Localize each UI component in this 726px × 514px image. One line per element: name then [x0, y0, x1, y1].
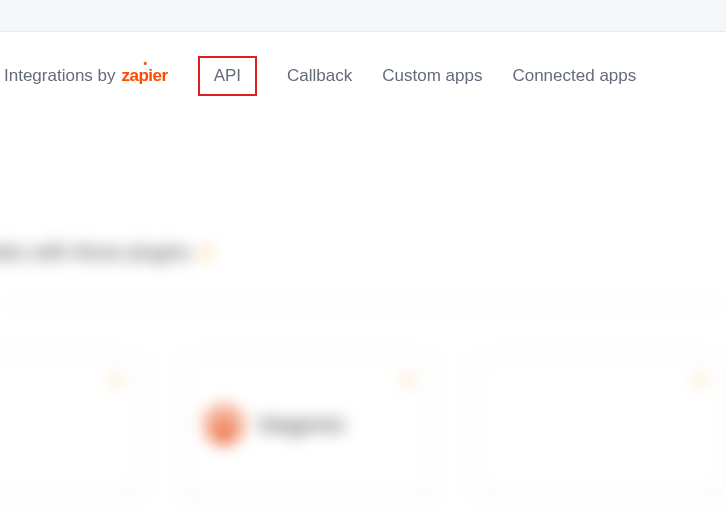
tab-integrations[interactable]: Integrations by zapier: [4, 60, 168, 92]
blurred-content: ales with these plugins ★ ★ agento ★ Mag…: [0, 241, 726, 495]
magento-icon: [203, 404, 245, 446]
tab-custom-apps-label: Custom apps: [382, 66, 482, 86]
plugin-card[interactable]: ★ agento: [0, 355, 142, 495]
divider: [0, 304, 726, 305]
plugin-card[interactable]: ★: [474, 355, 726, 495]
top-bar: [0, 0, 726, 32]
star-icon: ★: [402, 372, 415, 388]
plugin-card[interactable]: ★ Magento: [182, 355, 434, 495]
section-heading: ales with these plugins ★: [0, 241, 726, 264]
tab-integrations-prefix: Integrations by: [4, 66, 116, 86]
tab-custom-apps[interactable]: Custom apps: [382, 60, 482, 92]
section-heading-text: ales with these plugins: [0, 241, 191, 264]
card-title: Magento: [259, 412, 345, 438]
tabs-navigation: Integrations by zapier API Callback Cust…: [0, 32, 726, 121]
tab-api-label: API: [214, 66, 241, 86]
star-icon: ★: [199, 243, 213, 262]
tab-callback-label: Callback: [287, 66, 352, 86]
zapier-logo: zapier: [122, 66, 168, 86]
tab-callback[interactable]: Callback: [287, 60, 352, 92]
tab-connected-apps[interactable]: Connected apps: [512, 60, 636, 92]
star-icon: ★: [110, 372, 123, 388]
cards-row: ★ agento ★ Magento ★: [0, 355, 726, 495]
star-icon: ★: [694, 372, 707, 388]
tab-connected-apps-label: Connected apps: [512, 66, 636, 86]
tab-api[interactable]: API: [198, 56, 257, 96]
